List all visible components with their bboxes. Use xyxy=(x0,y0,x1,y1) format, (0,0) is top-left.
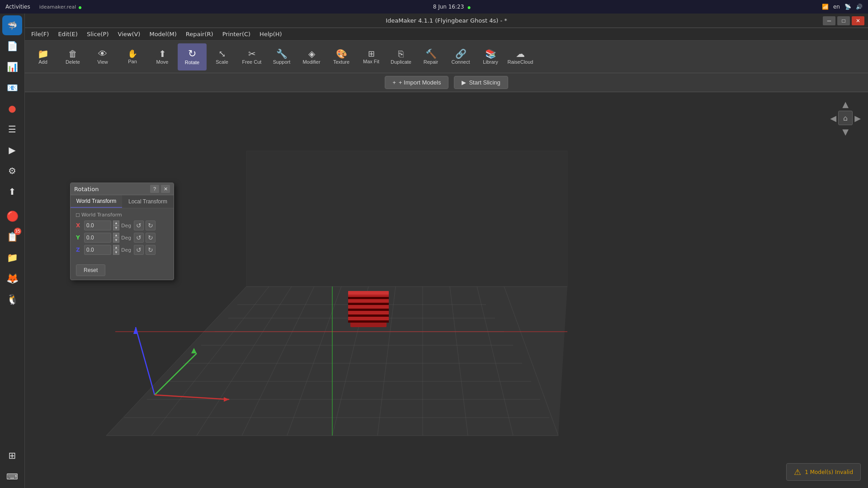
modifier-icon: ◈ xyxy=(308,49,315,58)
taskbar-tasklist[interactable]: 📋 35 xyxy=(2,227,22,247)
x-increment-button[interactable]: ▲ xyxy=(113,221,119,225)
menu-file[interactable]: File(F) xyxy=(27,29,53,39)
activities-text[interactable]: Activities xyxy=(5,4,30,10)
taskbar-browser2[interactable]: 📊 xyxy=(2,57,22,77)
menu-view[interactable]: View(V) xyxy=(113,29,145,39)
action-bar: + + Import Models ▶ Start Slicing xyxy=(25,73,868,92)
close-button[interactable]: ✕ xyxy=(852,16,864,25)
svg-rect-35 xyxy=(348,305,389,309)
menu-slice[interactable]: Slice(P) xyxy=(82,29,113,39)
main-content: ▲ ◀ ⌂ ▶ ▼ ⚠ 1 Model(s) Invalid Rotation … xyxy=(25,92,868,488)
z-stepper: ▲ ▼ xyxy=(113,245,119,255)
z-increment-button[interactable]: ▲ xyxy=(113,245,119,250)
connect-button[interactable]: 🔗 Connect xyxy=(446,43,475,70)
z-rotate-ccw-button[interactable]: ↺ xyxy=(134,245,144,255)
nav-home-button[interactable]: ⌂ xyxy=(838,111,853,125)
raisecloud-button[interactable]: ☁ RaiseCloud xyxy=(506,43,535,70)
move-button[interactable]: ⬆ Move xyxy=(148,43,177,70)
freecut-button[interactable]: ✂ Free Cut xyxy=(237,43,266,70)
viewport[interactable]: ▲ ◀ ⌂ ▶ ▼ ⚠ 1 Model(s) Invalid Rotation … xyxy=(25,92,868,488)
tab-world-transform[interactable]: World Transform xyxy=(71,195,122,208)
delete-button[interactable]: 🗑 Delete xyxy=(58,43,87,70)
section-title: World Transform xyxy=(81,212,122,218)
taskbar-list[interactable]: ☰ xyxy=(2,119,22,139)
x-rotate-cw-button[interactable]: ↻ xyxy=(146,221,156,230)
taskbar-pengu[interactable]: 🐧 xyxy=(2,289,22,309)
add-button[interactable]: 📁 Add xyxy=(28,43,57,70)
nav-down-arrow[interactable]: ▼ xyxy=(842,127,849,136)
taskbar-browser1[interactable]: 📄 xyxy=(2,36,22,56)
x-value-input[interactable] xyxy=(84,221,111,230)
reset-button[interactable]: Reset xyxy=(76,264,105,276)
import-models-button[interactable]: + + Import Models xyxy=(385,76,448,89)
move-label: Move xyxy=(156,59,169,65)
taskbar-apps[interactable]: ⊞ xyxy=(2,446,22,465)
repair-button[interactable]: 🔨 Repair xyxy=(416,43,445,70)
taskbar-settings[interactable]: ⚙ xyxy=(2,161,22,181)
modifier-button[interactable]: ◈ Modifier xyxy=(297,43,326,70)
maxfit-button[interactable]: ⊞ Max Fit xyxy=(357,43,386,70)
rotate-button[interactable]: ↻ Rotate xyxy=(178,43,207,70)
menu-help[interactable]: Help(H) xyxy=(255,29,287,39)
rotate-label: Rotate xyxy=(185,60,199,65)
nav-left-arrow[interactable]: ◀ xyxy=(830,113,836,123)
taskbar-red-app[interactable]: 🔴 xyxy=(2,206,22,226)
texture-button[interactable]: 🎨 Texture xyxy=(327,43,356,70)
taskbar-app4[interactable]: ● xyxy=(2,99,22,118)
svg-rect-37 xyxy=(348,317,389,320)
z-axis-label: Z xyxy=(76,247,82,253)
x-rotate-ccw-button[interactable]: ↺ xyxy=(134,221,144,230)
maximize-button[interactable]: □ xyxy=(837,16,850,25)
nav-up-arrow[interactable]: ▲ xyxy=(842,99,849,109)
y-unit: Deg xyxy=(121,235,132,241)
repair-label: Repair xyxy=(424,59,438,65)
app-indicator: ideamaker.real ● xyxy=(39,4,82,10)
y-rotate-cw-button[interactable]: ↻ xyxy=(146,233,156,243)
nav-right-arrow[interactable]: ▶ xyxy=(854,113,861,123)
z-unit: Deg xyxy=(121,247,132,253)
taskbar-firefox[interactable]: 🦊 xyxy=(2,268,22,288)
taskbar-files[interactable]: 📁 xyxy=(2,248,22,267)
menu-printer[interactable]: Printer(C) xyxy=(218,29,255,39)
connect-label: Connect xyxy=(452,59,470,65)
minimize-button[interactable]: ─ xyxy=(823,16,835,25)
menu-model[interactable]: Model(M) xyxy=(145,29,181,39)
taskbar-app3[interactable]: 📧 xyxy=(2,78,22,98)
svg-rect-38 xyxy=(348,291,389,295)
z-decrement-button[interactable]: ▼ xyxy=(113,250,119,255)
activities-label[interactable]: Activities ideamaker.real ● xyxy=(5,4,82,10)
lang-indicator[interactable]: en xyxy=(833,4,840,10)
system-tray: 📶 en 📡 🔊 xyxy=(822,4,863,10)
y-increment-button[interactable]: ▲ xyxy=(113,233,119,238)
menu-repair[interactable]: Repair(R) xyxy=(181,29,218,39)
dialog-close-button[interactable]: ✕ xyxy=(161,185,170,193)
window-controls: ─ □ ✕ xyxy=(823,16,864,25)
dialog-body: World Transform X ▲ ▼ Deg ↺ ↻ xyxy=(71,208,174,261)
x-decrement-button[interactable]: ▼ xyxy=(113,225,119,230)
start-slicing-button[interactable]: ▶ Start Slicing xyxy=(454,76,508,89)
system-taskbar: Activities ideamaker.real ● 8 Jun 16:23 … xyxy=(0,0,868,14)
maxfit-icon: ⊞ xyxy=(368,50,375,58)
taskbar-play[interactable]: ▶ xyxy=(2,140,22,160)
dialog-controls: ? ✕ xyxy=(150,185,170,193)
view-button[interactable]: 👁 View xyxy=(88,43,117,70)
scale-button[interactable]: ⤡ Scale xyxy=(208,43,236,70)
duplicate-icon: ⎘ xyxy=(398,49,404,58)
maxfit-label: Max Fit xyxy=(363,59,379,64)
z-rotate-cw-button[interactable]: ↻ xyxy=(146,245,156,255)
taskbar-keyboard[interactable]: ⌨ xyxy=(2,466,22,486)
taskbar-upload[interactable]: ⬆ xyxy=(2,182,22,202)
taskbar-shark[interactable]: 🦈 xyxy=(2,15,22,35)
support-button[interactable]: 🔧 Support xyxy=(267,43,296,70)
y-decrement-button[interactable]: ▼ xyxy=(113,238,119,243)
svg-rect-43 xyxy=(348,320,389,323)
library-button[interactable]: 📚 Library xyxy=(476,43,505,70)
pan-button[interactable]: ✋ Pan xyxy=(118,43,147,70)
tab-local-transform[interactable]: Local Transform xyxy=(122,195,174,208)
z-value-input[interactable] xyxy=(84,245,111,255)
y-rotate-ccw-button[interactable]: ↺ xyxy=(134,233,144,243)
dialog-help-button[interactable]: ? xyxy=(150,185,159,193)
menu-edit[interactable]: Edit(E) xyxy=(53,29,82,39)
duplicate-button[interactable]: ⎘ Duplicate xyxy=(387,43,415,70)
y-value-input[interactable] xyxy=(84,233,111,243)
